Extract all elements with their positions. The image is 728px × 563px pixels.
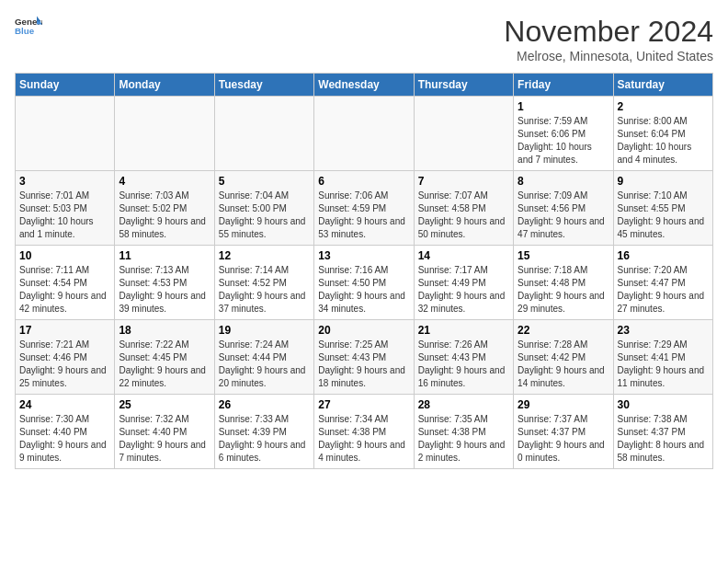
calendar-cell: 4Sunrise: 7:03 AM Sunset: 5:02 PM Daylig… xyxy=(115,171,214,246)
calendar-week-5: 24Sunrise: 7:30 AM Sunset: 4:40 PM Dayli… xyxy=(16,395,713,469)
day-info: Sunrise: 7:18 AM Sunset: 4:48 PM Dayligh… xyxy=(518,264,609,316)
calendar-cell: 20Sunrise: 7:25 AM Sunset: 4:43 PM Dayli… xyxy=(314,320,414,395)
calendar-cell: 17Sunrise: 7:21 AM Sunset: 4:46 PM Dayli… xyxy=(16,320,115,395)
day-number: 28 xyxy=(418,398,509,411)
day-info: Sunrise: 7:37 AM Sunset: 4:37 PM Dayligh… xyxy=(518,413,609,465)
day-number: 5 xyxy=(219,175,310,188)
calendar-cell: 14Sunrise: 7:17 AM Sunset: 4:49 PM Dayli… xyxy=(414,246,513,320)
calendar-cell: 3Sunrise: 7:01 AM Sunset: 5:03 PM Daylig… xyxy=(16,171,115,246)
day-number: 21 xyxy=(418,324,509,337)
day-info: Sunrise: 7:01 AM Sunset: 5:03 PM Dayligh… xyxy=(19,190,110,241)
day-number: 26 xyxy=(219,398,310,411)
calendar-week-2: 3Sunrise: 7:01 AM Sunset: 5:03 PM Daylig… xyxy=(16,171,713,246)
day-number: 29 xyxy=(518,398,609,411)
calendar-cell: 19Sunrise: 7:24 AM Sunset: 4:44 PM Dayli… xyxy=(214,320,313,395)
day-info: Sunrise: 7:25 AM Sunset: 4:43 PM Dayligh… xyxy=(318,339,409,390)
day-number: 17 xyxy=(19,324,110,337)
calendar-cell xyxy=(16,97,115,171)
day-info: Sunrise: 7:17 AM Sunset: 4:49 PM Dayligh… xyxy=(418,264,509,316)
day-number: 10 xyxy=(19,249,110,262)
day-info: Sunrise: 7:14 AM Sunset: 4:52 PM Dayligh… xyxy=(219,264,310,316)
day-number: 6 xyxy=(318,175,409,188)
day-info: Sunrise: 7:38 AM Sunset: 4:37 PM Dayligh… xyxy=(618,413,709,465)
day-info: Sunrise: 7:11 AM Sunset: 4:54 PM Dayligh… xyxy=(19,264,110,316)
day-info: Sunrise: 7:06 AM Sunset: 4:59 PM Dayligh… xyxy=(318,190,409,241)
calendar-cell: 7Sunrise: 7:07 AM Sunset: 4:58 PM Daylig… xyxy=(414,171,513,246)
calendar-cell: 5Sunrise: 7:04 AM Sunset: 5:00 PM Daylig… xyxy=(214,171,313,246)
day-number: 19 xyxy=(219,324,310,337)
day-number: 1 xyxy=(518,100,609,113)
calendar-cell: 30Sunrise: 7:38 AM Sunset: 4:37 PM Dayli… xyxy=(613,395,712,469)
day-header-wednesday: Wednesday xyxy=(314,74,414,97)
day-header-tuesday: Tuesday xyxy=(214,74,313,97)
day-number: 9 xyxy=(618,175,709,188)
day-number: 16 xyxy=(618,249,709,262)
day-number: 11 xyxy=(119,249,210,262)
day-info: Sunrise: 7:28 AM Sunset: 4:42 PM Dayligh… xyxy=(518,339,609,390)
calendar-cell: 13Sunrise: 7:16 AM Sunset: 4:50 PM Dayli… xyxy=(314,246,414,320)
calendar-cell: 6Sunrise: 7:06 AM Sunset: 4:59 PM Daylig… xyxy=(314,171,414,246)
day-header-sunday: Sunday xyxy=(16,74,115,97)
day-info: Sunrise: 7:04 AM Sunset: 5:00 PM Dayligh… xyxy=(219,190,310,241)
day-number: 7 xyxy=(418,175,509,188)
day-info: Sunrise: 7:09 AM Sunset: 4:56 PM Dayligh… xyxy=(518,190,609,241)
day-header-thursday: Thursday xyxy=(414,74,513,97)
day-header-saturday: Saturday xyxy=(613,74,712,97)
day-info: Sunrise: 7:33 AM Sunset: 4:39 PM Dayligh… xyxy=(219,413,310,465)
day-header-friday: Friday xyxy=(514,74,613,97)
day-info: Sunrise: 7:34 AM Sunset: 4:38 PM Dayligh… xyxy=(318,413,409,465)
day-info: Sunrise: 7:16 AM Sunset: 4:50 PM Dayligh… xyxy=(318,264,409,316)
calendar-cell xyxy=(214,97,313,171)
day-info: Sunrise: 7:24 AM Sunset: 4:44 PM Dayligh… xyxy=(219,339,310,390)
day-number: 8 xyxy=(518,175,609,188)
calendar-cell: 29Sunrise: 7:37 AM Sunset: 4:37 PM Dayli… xyxy=(514,395,613,469)
day-info: Sunrise: 7:35 AM Sunset: 4:38 PM Dayligh… xyxy=(418,413,509,465)
day-info: Sunrise: 7:32 AM Sunset: 4:40 PM Dayligh… xyxy=(119,413,210,465)
day-info: Sunrise: 7:29 AM Sunset: 4:41 PM Dayligh… xyxy=(618,339,709,390)
day-number: 2 xyxy=(618,100,709,113)
day-info: Sunrise: 7:22 AM Sunset: 4:45 PM Dayligh… xyxy=(119,339,210,390)
day-info: Sunrise: 7:21 AM Sunset: 4:46 PM Dayligh… xyxy=(19,339,110,390)
location-title: Melrose, Minnesota, United States xyxy=(504,49,713,63)
calendar-cell: 24Sunrise: 7:30 AM Sunset: 4:40 PM Dayli… xyxy=(16,395,115,469)
calendar-cell: 28Sunrise: 7:35 AM Sunset: 4:38 PM Dayli… xyxy=(414,395,513,469)
day-info: Sunrise: 7:59 AM Sunset: 6:06 PM Dayligh… xyxy=(518,115,609,167)
day-info: Sunrise: 7:30 AM Sunset: 4:40 PM Dayligh… xyxy=(19,413,110,465)
day-number: 3 xyxy=(19,175,110,188)
calendar-cell: 9Sunrise: 7:10 AM Sunset: 4:55 PM Daylig… xyxy=(613,171,712,246)
day-info: Sunrise: 7:13 AM Sunset: 4:53 PM Dayligh… xyxy=(119,264,210,316)
day-info: Sunrise: 7:07 AM Sunset: 4:58 PM Dayligh… xyxy=(418,190,509,241)
day-info: Sunrise: 7:26 AM Sunset: 4:43 PM Dayligh… xyxy=(418,339,509,390)
day-number: 18 xyxy=(119,324,210,337)
day-number: 12 xyxy=(219,249,310,262)
calendar-cell xyxy=(314,97,414,171)
logo-icon: General Blue xyxy=(15,15,42,37)
calendar-week-1: 1Sunrise: 7:59 AM Sunset: 6:06 PM Daylig… xyxy=(16,97,713,171)
header: General Blue November 2024 Melrose, Minn… xyxy=(15,15,713,63)
month-title: November 2024 xyxy=(504,15,713,49)
day-number: 4 xyxy=(119,175,210,188)
calendar-cell: 22Sunrise: 7:28 AM Sunset: 4:42 PM Dayli… xyxy=(514,320,613,395)
calendar-cell: 2Sunrise: 8:00 AM Sunset: 6:04 PM Daylig… xyxy=(613,97,712,171)
calendar-cell: 25Sunrise: 7:32 AM Sunset: 4:40 PM Dayli… xyxy=(115,395,214,469)
svg-text:Blue: Blue xyxy=(15,26,35,36)
logo: General Blue xyxy=(15,15,42,37)
calendar-cell xyxy=(115,97,214,171)
day-info: Sunrise: 7:20 AM Sunset: 4:47 PM Dayligh… xyxy=(618,264,709,316)
title-area: November 2024 Melrose, Minnesota, United… xyxy=(504,15,713,63)
day-number: 15 xyxy=(518,249,609,262)
day-number: 25 xyxy=(119,398,210,411)
days-header-row: SundayMondayTuesdayWednesdayThursdayFrid… xyxy=(16,74,713,97)
calendar-cell: 12Sunrise: 7:14 AM Sunset: 4:52 PM Dayli… xyxy=(214,246,313,320)
day-number: 27 xyxy=(318,398,409,411)
calendar-cell: 18Sunrise: 7:22 AM Sunset: 4:45 PM Dayli… xyxy=(115,320,214,395)
day-number: 20 xyxy=(318,324,409,337)
calendar-cell: 26Sunrise: 7:33 AM Sunset: 4:39 PM Dayli… xyxy=(214,395,313,469)
day-number: 24 xyxy=(19,398,110,411)
day-header-monday: Monday xyxy=(115,74,214,97)
calendar-cell: 16Sunrise: 7:20 AM Sunset: 4:47 PM Dayli… xyxy=(613,246,712,320)
day-info: Sunrise: 8:00 AM Sunset: 6:04 PM Dayligh… xyxy=(618,115,709,167)
day-info: Sunrise: 7:10 AM Sunset: 4:55 PM Dayligh… xyxy=(618,190,709,241)
calendar-cell: 1Sunrise: 7:59 AM Sunset: 6:06 PM Daylig… xyxy=(514,97,613,171)
day-number: 22 xyxy=(518,324,609,337)
